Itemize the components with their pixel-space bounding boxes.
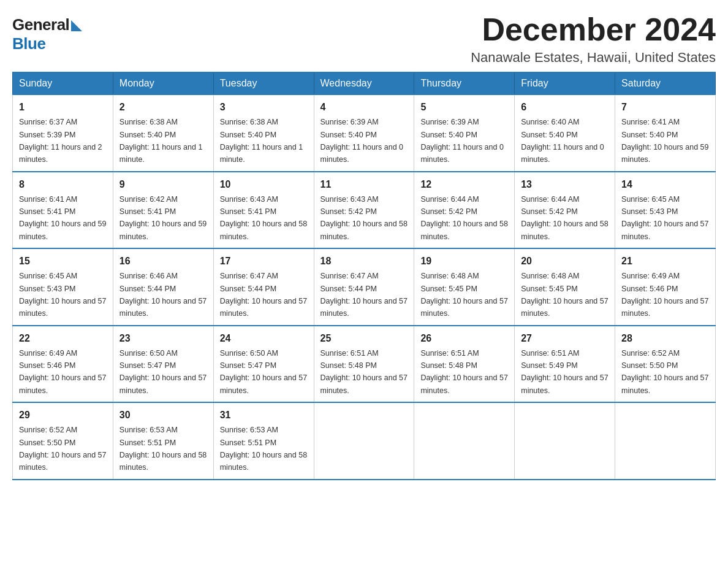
day-number: 18: [320, 254, 408, 269]
logo: General Blue: [12, 12, 82, 53]
day-number: 9: [119, 177, 207, 192]
calendar-cell: [314, 402, 414, 480]
calendar-cell: 14Sunrise: 6:45 AMSunset: 5:43 PMDayligh…: [615, 172, 716, 249]
calendar-cell: 26Sunrise: 6:51 AMSunset: 5:48 PMDayligh…: [414, 326, 515, 403]
calendar-cell: 7Sunrise: 6:41 AMSunset: 5:40 PMDaylight…: [615, 94, 716, 172]
month-title: December 2024: [471, 12, 716, 47]
calendar-cell: 21Sunrise: 6:49 AMSunset: 5:46 PMDayligh…: [615, 248, 716, 326]
calendar-cell: 28Sunrise: 6:52 AMSunset: 5:50 PMDayligh…: [615, 326, 716, 403]
day-number: 29: [19, 408, 107, 423]
calendar-cell: [414, 402, 515, 480]
weekday-header-sunday: Sunday: [13, 72, 113, 94]
calendar-cell: 3Sunrise: 6:38 AMSunset: 5:40 PMDaylight…: [213, 94, 314, 172]
day-number: 16: [119, 254, 207, 269]
day-number: 10: [220, 177, 308, 192]
week-row-4: 22Sunrise: 6:49 AMSunset: 5:46 PMDayligh…: [13, 326, 716, 403]
day-info: Sunrise: 6:40 AMSunset: 5:40 PMDaylight:…: [521, 118, 604, 164]
day-number: 6: [521, 100, 609, 115]
day-info: Sunrise: 6:42 AMSunset: 5:41 PMDaylight:…: [119, 195, 207, 241]
calendar-cell: 23Sunrise: 6:50 AMSunset: 5:47 PMDayligh…: [113, 326, 213, 403]
calendar-cell: 16Sunrise: 6:46 AMSunset: 5:44 PMDayligh…: [113, 248, 213, 326]
day-info: Sunrise: 6:53 AMSunset: 5:51 PMDaylight:…: [220, 426, 307, 472]
calendar-cell: 11Sunrise: 6:43 AMSunset: 5:42 PMDayligh…: [314, 172, 414, 249]
day-info: Sunrise: 6:45 AMSunset: 5:43 PMDaylight:…: [19, 272, 106, 318]
day-number: 11: [320, 177, 408, 192]
day-info: Sunrise: 6:49 AMSunset: 5:46 PMDaylight:…: [621, 272, 708, 318]
day-number: 28: [621, 331, 709, 346]
day-number: 13: [521, 177, 609, 192]
day-info: Sunrise: 6:51 AMSunset: 5:48 PMDaylight:…: [320, 349, 408, 395]
header: General Blue December 2024 Nanawale Esta…: [12, 12, 716, 66]
day-info: Sunrise: 6:41 AMSunset: 5:40 PMDaylight:…: [621, 118, 708, 164]
calendar-cell: 10Sunrise: 6:43 AMSunset: 5:41 PMDayligh…: [213, 172, 314, 249]
logo-triangle-icon: [71, 20, 82, 31]
day-number: 17: [220, 254, 308, 269]
day-number: 20: [521, 254, 609, 269]
week-row-3: 15Sunrise: 6:45 AMSunset: 5:43 PMDayligh…: [13, 248, 716, 326]
calendar-cell: 15Sunrise: 6:45 AMSunset: 5:43 PMDayligh…: [13, 248, 113, 326]
day-number: 31: [220, 408, 308, 423]
day-info: Sunrise: 6:43 AMSunset: 5:42 PMDaylight:…: [320, 195, 408, 241]
day-info: Sunrise: 6:45 AMSunset: 5:43 PMDaylight:…: [621, 195, 708, 241]
day-info: Sunrise: 6:43 AMSunset: 5:41 PMDaylight:…: [220, 195, 307, 241]
calendar-cell: 13Sunrise: 6:44 AMSunset: 5:42 PMDayligh…: [515, 172, 615, 249]
day-number: 30: [119, 408, 207, 423]
day-info: Sunrise: 6:52 AMSunset: 5:50 PMDaylight:…: [621, 349, 708, 395]
day-info: Sunrise: 6:52 AMSunset: 5:50 PMDaylight:…: [19, 426, 106, 472]
day-info: Sunrise: 6:49 AMSunset: 5:46 PMDaylight:…: [19, 349, 106, 395]
calendar-cell: 6Sunrise: 6:40 AMSunset: 5:40 PMDaylight…: [515, 94, 615, 172]
calendar-cell: 30Sunrise: 6:53 AMSunset: 5:51 PMDayligh…: [113, 402, 213, 480]
weekday-header-thursday: Thursday: [414, 72, 515, 94]
day-info: Sunrise: 6:47 AMSunset: 5:44 PMDaylight:…: [220, 272, 307, 318]
calendar-cell: 12Sunrise: 6:44 AMSunset: 5:42 PMDayligh…: [414, 172, 515, 249]
logo-general: General: [12, 15, 69, 34]
day-number: 21: [621, 254, 709, 269]
day-number: 14: [621, 177, 709, 192]
weekday-header-saturday: Saturday: [615, 72, 716, 94]
day-info: Sunrise: 6:48 AMSunset: 5:45 PMDaylight:…: [521, 272, 608, 318]
calendar-cell: 31Sunrise: 6:53 AMSunset: 5:51 PMDayligh…: [213, 402, 314, 480]
title-area: December 2024 Nanawale Estates, Hawaii, …: [471, 12, 716, 66]
day-info: Sunrise: 6:51 AMSunset: 5:49 PMDaylight:…: [521, 349, 608, 395]
calendar-cell: 27Sunrise: 6:51 AMSunset: 5:49 PMDayligh…: [515, 326, 615, 403]
logo-blue: Blue: [12, 34, 45, 53]
svg-marker-0: [71, 20, 82, 31]
weekday-header-monday: Monday: [113, 72, 213, 94]
day-info: Sunrise: 6:41 AMSunset: 5:41 PMDaylight:…: [19, 195, 106, 241]
day-number: 24: [220, 331, 308, 346]
day-number: 23: [119, 331, 207, 346]
week-row-1: 1Sunrise: 6:37 AMSunset: 5:39 PMDaylight…: [13, 94, 716, 172]
day-info: Sunrise: 6:47 AMSunset: 5:44 PMDaylight:…: [320, 272, 408, 318]
day-number: 3: [220, 100, 308, 115]
calendar-cell: 24Sunrise: 6:50 AMSunset: 5:47 PMDayligh…: [213, 326, 314, 403]
calendar-cell: 29Sunrise: 6:52 AMSunset: 5:50 PMDayligh…: [13, 402, 113, 480]
day-info: Sunrise: 6:37 AMSunset: 5:39 PMDaylight:…: [19, 118, 102, 164]
day-info: Sunrise: 6:50 AMSunset: 5:47 PMDaylight:…: [220, 349, 307, 395]
day-info: Sunrise: 6:39 AMSunset: 5:40 PMDaylight:…: [420, 118, 504, 164]
day-number: 26: [420, 331, 508, 346]
calendar-cell: 20Sunrise: 6:48 AMSunset: 5:45 PMDayligh…: [515, 248, 615, 326]
day-info: Sunrise: 6:51 AMSunset: 5:48 PMDaylight:…: [420, 349, 507, 395]
calendar-cell: 22Sunrise: 6:49 AMSunset: 5:46 PMDayligh…: [13, 326, 113, 403]
calendar-cell: 2Sunrise: 6:38 AMSunset: 5:40 PMDaylight…: [113, 94, 213, 172]
calendar-cell: 4Sunrise: 6:39 AMSunset: 5:40 PMDaylight…: [314, 94, 414, 172]
calendar-cell: 9Sunrise: 6:42 AMSunset: 5:41 PMDaylight…: [113, 172, 213, 249]
day-number: 5: [420, 100, 508, 115]
day-number: 15: [19, 254, 107, 269]
day-number: 7: [621, 100, 709, 115]
calendar-cell: [515, 402, 615, 480]
location-title: Nanawale Estates, Hawaii, United States: [471, 50, 716, 66]
calendar-cell: 19Sunrise: 6:48 AMSunset: 5:45 PMDayligh…: [414, 248, 515, 326]
calendar-cell: 25Sunrise: 6:51 AMSunset: 5:48 PMDayligh…: [314, 326, 414, 403]
day-info: Sunrise: 6:44 AMSunset: 5:42 PMDaylight:…: [521, 195, 608, 241]
day-number: 27: [521, 331, 609, 346]
calendar-cell: 8Sunrise: 6:41 AMSunset: 5:41 PMDaylight…: [13, 172, 113, 249]
day-info: Sunrise: 6:50 AMSunset: 5:47 PMDaylight:…: [119, 349, 207, 395]
day-number: 2: [119, 100, 207, 115]
calendar-cell: 5Sunrise: 6:39 AMSunset: 5:40 PMDaylight…: [414, 94, 515, 172]
day-info: Sunrise: 6:38 AMSunset: 5:40 PMDaylight:…: [119, 118, 203, 164]
calendar-cell: 17Sunrise: 6:47 AMSunset: 5:44 PMDayligh…: [213, 248, 314, 326]
day-info: Sunrise: 6:44 AMSunset: 5:42 PMDaylight:…: [420, 195, 507, 241]
day-info: Sunrise: 6:38 AMSunset: 5:40 PMDaylight:…: [220, 118, 303, 164]
day-info: Sunrise: 6:46 AMSunset: 5:44 PMDaylight:…: [119, 272, 207, 318]
